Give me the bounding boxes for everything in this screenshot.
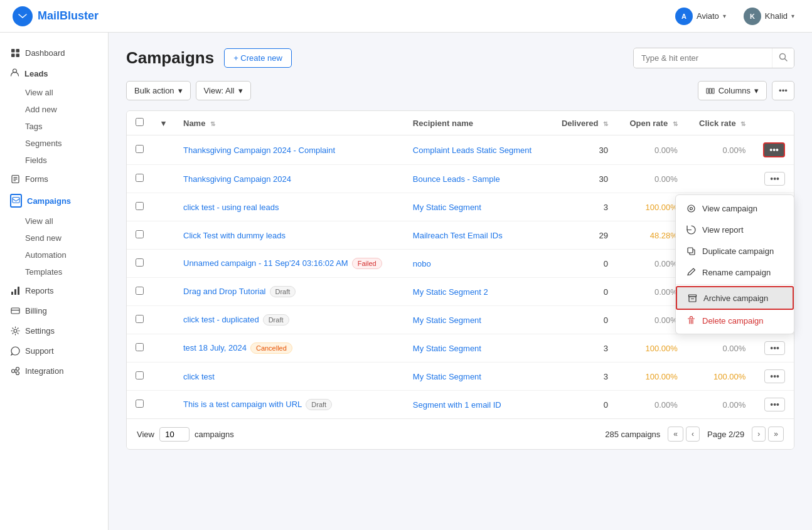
row-recipient-cell: Bounce Leads - Sample (404, 165, 549, 193)
row-checkbox[interactable] (136, 287, 144, 295)
more-options-button[interactable]: ••• (772, 81, 794, 100)
select-all-checkbox[interactable] (136, 118, 144, 126)
campaign-name-link[interactable]: Drag and Drop Tutorial (183, 287, 266, 296)
recipient-name-link[interactable]: nobo (413, 259, 431, 268)
row-checkbox-cell (127, 135, 152, 165)
recipient-name-link[interactable]: Segment with 1 email ID (413, 400, 501, 410)
columns-button[interactable]: Columns ▾ (698, 81, 767, 100)
delivered-col-header[interactable]: Delivered ⇅ (549, 111, 617, 135)
svg-rect-10 (13, 198, 19, 203)
table-row: Thanksgiving Campaign 2024 - Complaint C… (127, 135, 794, 165)
row-expand-cell (152, 250, 174, 278)
context-menu-rename-campaign[interactable]: Rename campaign (676, 262, 794, 283)
sidebar-item-dashboard[interactable]: Dashboard (0, 43, 108, 63)
row-checkbox[interactable] (136, 202, 144, 210)
row-checkbox[interactable] (136, 400, 144, 408)
campaign-name-link[interactable]: test 18 July, 2024 (183, 343, 247, 352)
sidebar-item-templates[interactable]: Templates (0, 263, 108, 280)
sidebar-item-forms[interactable]: Forms (0, 169, 108, 189)
aviato-user[interactable]: A Aviato ▾ (670, 5, 731, 28)
recipient-name-link[interactable]: Complaint Leads Static Segment (413, 146, 532, 155)
sidebar-item-billing[interactable]: Billing (0, 300, 108, 321)
recipient-name-link[interactable]: My Static Segment 2 (413, 287, 488, 297)
first-page-button[interactable]: « (668, 427, 683, 442)
row-expand-cell (152, 391, 174, 419)
open-rate-col-header[interactable]: Open rate ⇅ (617, 111, 686, 135)
campaign-name-link[interactable]: Click Test with dummy leads (183, 231, 286, 240)
sidebar-item-view-all-leads[interactable]: View all (0, 84, 108, 101)
row-checkbox-cell (127, 250, 152, 278)
sidebar-item-send-new[interactable]: Send new (0, 230, 108, 246)
context-menu-archive-campaign[interactable]: Archive campaign (676, 286, 794, 310)
svg-point-0 (17, 11, 28, 22)
row-actions-button[interactable]: ••• (764, 369, 785, 383)
sidebar-item-automation[interactable]: Automation (0, 246, 108, 263)
row-checkbox[interactable] (136, 343, 144, 351)
next-page-button[interactable]: › (752, 427, 766, 442)
campaign-name-link[interactable]: click test (183, 372, 215, 381)
campaign-name-link[interactable]: This is a test campaign with URL (183, 400, 302, 409)
open-rate-col-label: Open rate (629, 119, 668, 128)
sidebar-item-leads[interactable]: Leads (0, 63, 108, 84)
svg-rect-4 (16, 53, 19, 57)
khalid-user[interactable]: K Khalid ▾ (739, 5, 799, 28)
row-expand-cell (152, 334, 174, 363)
campaign-name-link[interactable]: click test - using real leads (183, 203, 279, 212)
dashboard-icon (10, 48, 20, 58)
row-checkbox[interactable] (136, 371, 144, 379)
row-checkbox-cell (127, 363, 152, 391)
row-actions-button[interactable]: ••• (764, 172, 785, 186)
sidebar-item-settings[interactable]: Settings (0, 321, 108, 341)
row-actions-cell: ••• (754, 391, 794, 419)
sidebar-item-segments[interactable]: Segments (0, 135, 108, 152)
row-actions-button[interactable]: ••• (764, 398, 785, 411)
row-checkbox[interactable] (136, 258, 144, 267)
sidebar-item-reports[interactable]: Reports (0, 280, 108, 300)
row-checkbox[interactable] (136, 230, 144, 238)
recipient-name-link[interactable]: Mailreach Test Email IDs (413, 231, 503, 240)
sidebar-item-campaigns[interactable]: Campaigns (0, 189, 108, 213)
row-recipient-cell: Segment with 1 email ID (404, 391, 549, 419)
recipient-name-link[interactable]: My Static Segment (413, 372, 481, 381)
name-col-header[interactable]: Name ⇅ (174, 111, 404, 135)
row-expand-cell (152, 221, 174, 250)
sidebar-item-support[interactable]: Support (0, 341, 108, 361)
prev-page-button[interactable]: ‹ (686, 427, 700, 442)
last-page-button[interactable]: » (768, 427, 784, 442)
svg-rect-1 (11, 49, 15, 53)
row-actions-button[interactable]: ••• (764, 341, 785, 355)
sidebar-item-view-all-campaigns[interactable]: View all (0, 213, 108, 230)
context-menu-delete-campaign[interactable]: Delete campaign (676, 310, 794, 331)
recipient-name-link[interactable]: My Static Segment (413, 203, 481, 212)
row-checkbox[interactable] (136, 315, 144, 323)
recipient-name-link[interactable]: My Static Segment (413, 315, 481, 325)
sidebar-item-integration[interactable]: Integration (0, 361, 108, 381)
row-checkbox[interactable] (136, 174, 144, 182)
more-options-icon: ••• (779, 86, 788, 95)
context-menu-duplicate-campaign[interactable]: Duplicate campaign (676, 240, 794, 262)
row-actions-button[interactable]: ••• (763, 142, 785, 157)
recipient-name-link[interactable]: My Static Segment (413, 344, 481, 353)
recipient-name-link[interactable]: Bounce Leads - Sample (413, 174, 500, 184)
sidebar-item-fields[interactable]: Fields (0, 152, 108, 169)
sidebar-item-add-new-lead[interactable]: Add new (0, 101, 108, 118)
sidebar-item-tags[interactable]: Tags (0, 118, 108, 135)
row-open-rate-cell: 100.00% (617, 363, 686, 391)
campaign-name-link[interactable]: click test - duplicated (183, 315, 259, 324)
bulk-action-button[interactable]: Bulk action ▾ (126, 81, 191, 100)
row-checkbox[interactable] (136, 145, 144, 153)
context-menu-view-report[interactable]: View report (676, 219, 794, 240)
page-size-input[interactable] (159, 427, 190, 442)
campaign-name-link[interactable]: Thanksgiving Campaign 2024 - Complaint (183, 146, 335, 155)
page-header-left: Campaigns + Create new (126, 48, 292, 68)
search-input[interactable] (634, 49, 772, 67)
row-delivered-cell: 3 (549, 334, 617, 363)
create-new-button[interactable]: + Create new (224, 48, 292, 68)
campaign-name-link[interactable]: Thanksgiving Campaign 2024 (183, 174, 291, 184)
context-menu-view-campaign[interactable]: View campaign (676, 198, 794, 219)
click-rate-col-header[interactable]: Click rate ⇅ (686, 111, 755, 135)
view-filter-button[interactable]: View: All ▾ (196, 81, 251, 100)
row-recipient-cell: My Static Segment 2 (404, 278, 549, 306)
campaign-name-link[interactable]: Unnamed campaign - 11 Sep'24 03:16:02 AM (183, 258, 348, 268)
search-button[interactable] (772, 48, 794, 68)
